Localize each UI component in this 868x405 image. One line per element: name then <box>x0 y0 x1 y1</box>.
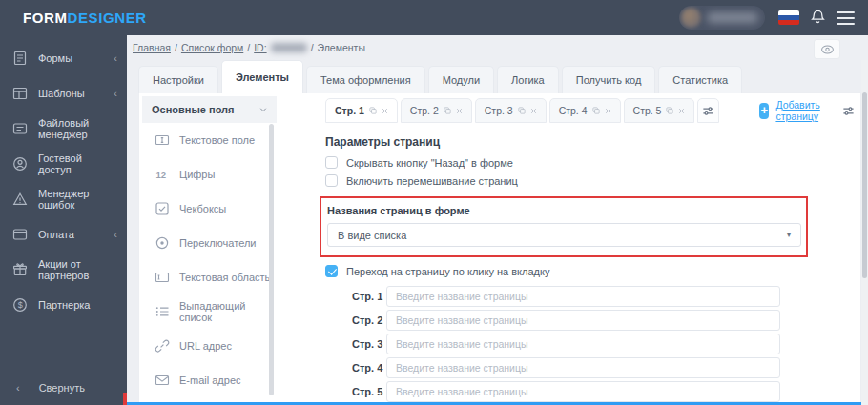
sidebar-collapse-button[interactable]: ‹ Свернуть <box>0 371 127 405</box>
field-dropdown[interactable]: Выпадающий список <box>142 294 277 329</box>
page-name-input-5[interactable] <box>386 381 780 402</box>
close-page-icon[interactable] <box>605 108 611 114</box>
checkbox-unchecked[interactable] <box>325 174 338 187</box>
list-icon <box>155 304 170 319</box>
close-page-icon[interactable] <box>382 108 388 114</box>
fields-panel-header[interactable]: Основные поля <box>142 96 277 123</box>
page-tab-label: Стр. 4 <box>559 105 588 116</box>
chevron-down-icon <box>258 105 268 114</box>
page-tab-1[interactable]: Стр. 1 <box>325 98 398 123</box>
field-text-input[interactable]: Текстовое поле <box>142 123 277 157</box>
menu-burger-icon[interactable] <box>837 11 855 25</box>
panel-scrollbar[interactable] <box>269 124 274 395</box>
page-tab-2[interactable]: Стр. 2 <box>401 98 472 123</box>
field-url[interactable]: URL адрес <box>142 329 277 363</box>
sidebar-item-templates[interactable]: Шаблоны ‹ <box>0 75 127 111</box>
sidebar-item-forms[interactable]: Формы ‹ <box>0 40 127 75</box>
tab-settings[interactable]: Настройки <box>138 66 218 93</box>
page-tab-3[interactable]: Стр. 3 <box>475 98 547 123</box>
credit-card-icon <box>12 227 28 242</box>
row-label: Стр. 5 <box>352 386 386 397</box>
breadcrumb: Главная / Список форм / ID: / Элементы <box>133 35 365 60</box>
breadcrumb-home[interactable]: Главная <box>133 42 171 53</box>
tab-statistics[interactable]: Статистика <box>658 66 742 93</box>
row-label: Стр. 3 <box>352 338 386 350</box>
close-page-icon[interactable] <box>678 108 685 114</box>
field-label: URL адрес <box>179 340 232 352</box>
sidebar-item-file-manager[interactable]: Файловый менеджер <box>0 111 127 146</box>
preview-eye-button[interactable] <box>814 39 840 59</box>
checkbox-label: Переход на страницу по клику на вкладку <box>346 266 549 277</box>
field-label: Текстовая область <box>179 272 270 283</box>
sidebar-item-partner-promos[interactable]: Акции от партнеров <box>0 252 127 287</box>
sidebar-item-error-manager[interactable]: Менеджер ошибок <box>0 181 127 216</box>
page-tab-5[interactable]: Стр. 5 <box>624 98 695 123</box>
chevron-left-icon: ‹ <box>16 382 20 394</box>
copy-page-icon[interactable] <box>518 107 526 114</box>
pages-sort-tab[interactable] <box>697 98 719 123</box>
checkbox-icon <box>155 201 170 216</box>
checkbox-label: Скрывать кнопку "Назад" в форме <box>346 157 513 169</box>
checkbox-checked[interactable] <box>325 265 338 277</box>
page-settings-area: Стр. 1 Стр. 2 Стр. 3 Стр. 4 <box>325 96 855 405</box>
checkbox-label: Включить перемешивание страниц <box>346 175 518 187</box>
page-names-display-select[interactable]: В виде списка ▾ <box>327 223 801 247</box>
page-name-row-2: Стр. 2 <box>325 310 855 331</box>
add-page-link[interactable]: Добавить страницу <box>775 99 829 122</box>
tab-theme[interactable]: Тема оформления <box>306 66 425 93</box>
close-page-icon[interactable] <box>530 108 537 114</box>
sidebar-item-affiliate[interactable]: $ Партнерка <box>0 287 127 322</box>
app-logo[interactable]: FORMDESIGNER <box>23 10 147 26</box>
field-textarea[interactable]: Текстовая область <box>142 260 277 294</box>
tab-modules[interactable]: Модули <box>428 66 494 93</box>
page-tab-label: Стр. 1 <box>335 105 364 116</box>
field-label: Выпадающий список <box>179 300 277 323</box>
page-name-input-1[interactable] <box>386 286 780 307</box>
select-caret-icon: ▾ <box>787 231 791 239</box>
sidebar-item-payment[interactable]: Оплата ‹ <box>0 216 127 252</box>
sliders-icon <box>702 106 714 116</box>
page-name-row-1: Стр. 1 <box>325 286 855 307</box>
tab-logic[interactable]: Логика <box>497 66 559 93</box>
page-name-input-4[interactable] <box>386 357 780 378</box>
breadcrumb-form-id[interactable]: ID: <box>254 42 266 53</box>
breadcrumb-forms-list[interactable]: Список форм <box>181 42 243 53</box>
sliders-icon <box>842 106 855 116</box>
warning-triangle-icon <box>12 192 28 207</box>
page-names-select-label: Названия страниц в форме <box>327 205 800 216</box>
sidebar-label: Формы <box>38 52 72 64</box>
field-numbers[interactable]: 12 Цифры <box>142 157 277 192</box>
user-account-chip[interactable] <box>679 6 765 30</box>
breadcrumb-separator: / <box>311 42 314 53</box>
field-email[interactable]: E-mail адрес <box>142 363 277 397</box>
sidebar-label: Акции от партнеров <box>38 258 117 281</box>
dollar-circle-icon: $ <box>12 297 28 313</box>
add-page-plus-button[interactable]: + <box>759 103 769 119</box>
close-page-icon[interactable] <box>456 108 463 114</box>
page-name-input-2[interactable] <box>386 310 780 331</box>
field-radios[interactable]: Переключатели <box>142 226 277 260</box>
topbar: FORMDESIGNER <box>0 0 868 35</box>
highlighted-page-names-setting: Названия страниц в форме В виде списка ▾ <box>320 196 808 257</box>
user-circle-icon <box>12 156 28 172</box>
field-checkboxes[interactable]: Чекбоксы <box>142 192 277 226</box>
pages-settings-icon[interactable] <box>842 106 855 116</box>
copy-page-icon[interactable] <box>666 107 673 114</box>
page-name-row-5: Стр. 5 <box>325 381 855 402</box>
page-name-input-3[interactable] <box>386 334 780 354</box>
notifications-bell-icon[interactable] <box>810 9 826 26</box>
tab-get-code[interactable]: Получить код <box>562 66 656 93</box>
checkbox-unchecked[interactable] <box>325 156 338 169</box>
copy-page-icon[interactable] <box>592 107 600 114</box>
tab-elements[interactable]: Элементы <box>221 60 303 93</box>
sidebar-item-guest-access[interactable]: Гостевой доступ <box>0 146 127 181</box>
copy-page-icon[interactable] <box>369 107 377 114</box>
language-flag-russia-icon[interactable] <box>778 10 799 25</box>
page-scrollbar-thumb[interactable] <box>862 92 867 278</box>
sidebar-label: Менеджер ошибок <box>38 188 117 211</box>
breadcrumb-separator: / <box>175 42 177 53</box>
page-tab-4[interactable]: Стр. 4 <box>549 98 621 123</box>
radio-icon <box>155 235 170 251</box>
main-content: Главная / Список форм / ID: / Элементы Н… <box>127 35 868 405</box>
copy-page-icon[interactable] <box>444 107 451 114</box>
